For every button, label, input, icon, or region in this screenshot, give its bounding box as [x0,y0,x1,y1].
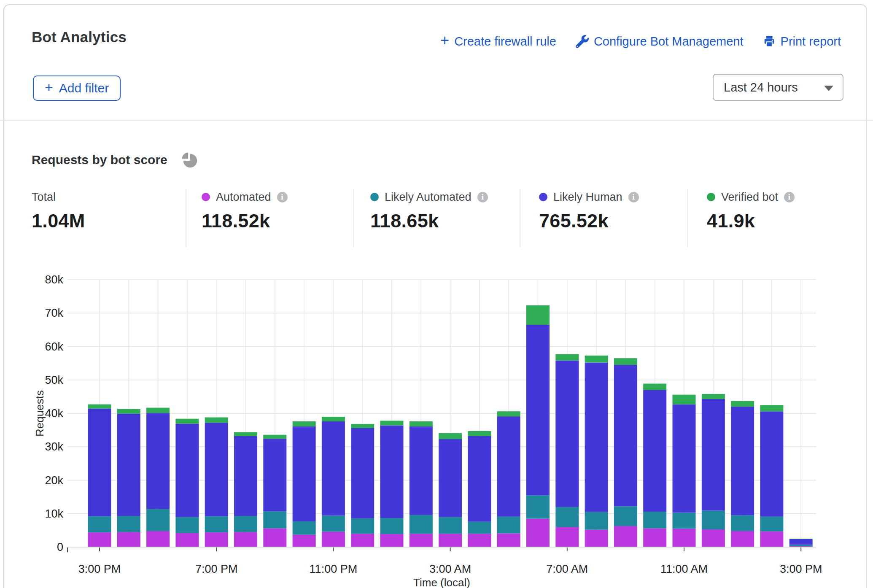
bar-segment-likely-automated[interactable] [410,515,433,534]
bar-segment-likely-human[interactable] [702,399,725,511]
bar-segment-verified-bot[interactable] [643,383,666,390]
bar-segment-automated[interactable] [205,532,228,547]
bar-segment-likely-human[interactable] [117,414,140,516]
bar-segment-verified-bot[interactable] [175,419,199,424]
bar-segment-verified-bot[interactable] [117,409,140,414]
bar-segment-automated[interactable] [117,532,140,547]
bar-segment-likely-automated[interactable] [731,515,754,531]
bar-segment-likely-human[interactable] [439,439,462,517]
bar-segment-likely-automated[interactable] [497,517,520,534]
bar-segment-likely-human[interactable] [643,390,666,512]
bar-segment-likely-automated[interactable] [146,509,170,531]
bar-segment-likely-automated[interactable] [439,517,462,534]
bar-segment-likely-human[interactable] [731,407,754,515]
bar-segment-verified-bot[interactable] [88,405,111,409]
bar-segment-verified-bot[interactable] [146,408,170,413]
bar-segment-likely-human[interactable] [293,426,316,521]
bar-segment-likely-human[interactable] [234,436,257,516]
bar-segment-verified-bot[interactable] [439,433,462,439]
bar-segment-verified-bot[interactable] [614,358,637,365]
bar-segment-likely-automated[interactable] [702,511,725,529]
bar-segment-verified-bot[interactable] [555,354,579,361]
bar-segment-automated[interactable] [351,534,374,547]
bar-segment-likely-human[interactable] [88,409,111,516]
bar-segment-likely-automated[interactable] [88,516,111,532]
bar-segment-likely-automated[interactable] [789,545,813,546]
bar-segment-automated[interactable] [555,527,579,547]
bar-segment-likely-automated[interactable] [585,512,608,530]
bar-segment-likely-automated[interactable] [263,511,286,528]
bar-segment-likely-human[interactable] [760,411,783,517]
bar-segment-likely-automated[interactable] [760,517,783,531]
bar-segment-likely-automated[interactable] [205,516,228,532]
bar-segment-automated[interactable] [643,529,666,547]
bar-segment-verified-bot[interactable] [410,421,433,426]
bar-segment-verified-bot[interactable] [322,417,345,421]
bar-segment-automated[interactable] [497,534,520,547]
bar-segment-automated[interactable] [439,534,462,547]
bar-segment-likely-human[interactable] [263,439,286,511]
bar-segment-likely-human[interactable] [380,426,404,518]
bar-segment-verified-bot[interactable] [497,411,520,416]
bar-segment-likely-automated[interactable] [526,495,550,518]
bar-segment-automated[interactable] [380,534,404,547]
bar-segment-verified-bot[interactable] [293,421,316,426]
bar-segment-likely-automated[interactable] [468,522,491,534]
bar-segment-verified-bot[interactable] [585,356,608,363]
bar-segment-likely-human[interactable] [526,325,550,495]
bar-segment-automated[interactable] [322,532,345,547]
bar-segment-automated[interactable] [410,534,433,547]
bar-segment-verified-bot[interactable] [380,421,404,425]
bar-segment-automated[interactable] [585,530,608,547]
bar-segment-automated[interactable] [614,526,637,547]
bar-segment-likely-human[interactable] [614,365,637,506]
bar-segment-likely-human[interactable] [673,405,696,513]
bar-segment-likely-human[interactable] [146,413,170,509]
requests-by-bot-score-chart[interactable]: 010k20k30k40k50k60k70k80k3:00 PM7:00 PM1… [0,0,873,588]
bar-segment-verified-bot[interactable] [702,394,725,399]
bar-segment-likely-automated[interactable] [643,512,666,529]
bar-segment-likely-automated[interactable] [293,521,316,535]
bar-segment-verified-bot[interactable] [789,539,813,539]
bar-segment-likely-automated[interactable] [175,517,199,533]
bar-segment-automated[interactable] [146,531,170,547]
bar-segment-automated[interactable] [673,529,696,547]
bar-segment-likely-human[interactable] [585,363,608,512]
bar-segment-likely-automated[interactable] [380,518,404,534]
bar-segment-verified-bot[interactable] [673,395,696,405]
bar-segment-verified-bot[interactable] [526,305,550,325]
bar-segment-automated[interactable] [175,533,199,547]
bar-segment-verified-bot[interactable] [468,431,491,436]
bar-segment-verified-bot[interactable] [731,401,754,407]
bar-segment-likely-human[interactable] [789,539,813,545]
bar-segment-automated[interactable] [88,532,111,547]
bar-segment-automated[interactable] [760,531,783,547]
bar-segment-likely-automated[interactable] [614,506,637,526]
bar-segment-likely-human[interactable] [205,423,228,516]
bar-segment-likely-human[interactable] [468,436,491,522]
bar-segment-likely-automated[interactable] [351,518,374,534]
bar-segment-likely-automated[interactable] [322,516,345,532]
bar-segment-verified-bot[interactable] [760,405,783,411]
bar-segment-automated[interactable] [731,531,754,547]
bar-segment-likely-automated[interactable] [234,516,257,532]
bar-segment-likely-automated[interactable] [555,507,579,527]
bar-segment-automated[interactable] [293,535,316,547]
bar-segment-likely-automated[interactable] [117,516,140,532]
bar-segment-automated[interactable] [234,532,257,547]
bar-segment-verified-bot[interactable] [234,432,257,436]
bar-segment-likely-human[interactable] [555,361,579,507]
bar-segment-automated[interactable] [526,519,550,547]
bar-segment-automated[interactable] [263,529,286,547]
bar-segment-automated[interactable] [702,529,725,547]
bar-segment-likely-human[interactable] [322,421,345,515]
bar-segment-likely-automated[interactable] [673,512,696,529]
bar-segment-automated[interactable] [468,534,491,547]
bar-segment-verified-bot[interactable] [351,424,374,428]
bar-segment-likely-human[interactable] [351,428,374,518]
bar-segment-verified-bot[interactable] [263,435,286,439]
bar-segment-likely-human[interactable] [497,416,520,517]
bar-segment-likely-human[interactable] [410,426,433,515]
bar-segment-likely-human[interactable] [175,424,199,517]
bar-segment-verified-bot[interactable] [205,418,228,423]
